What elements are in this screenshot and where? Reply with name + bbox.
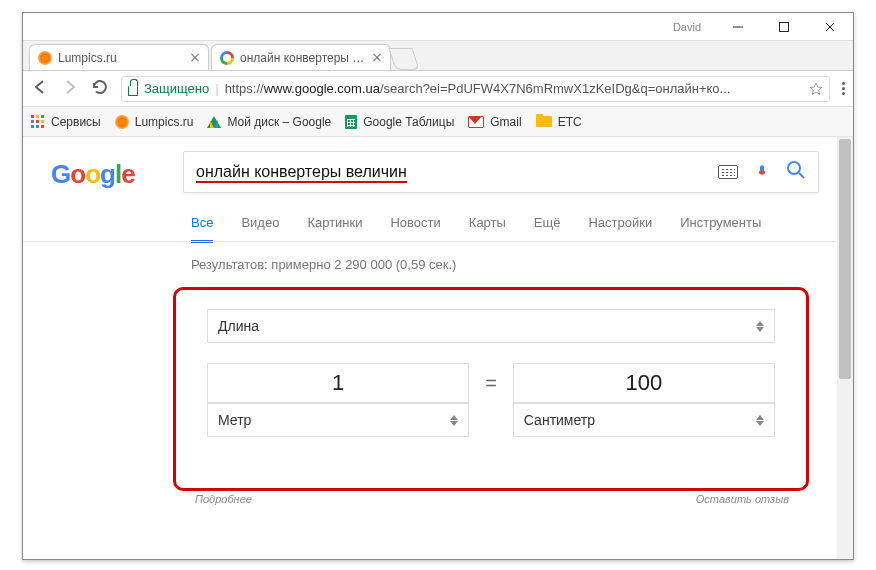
tab-maps[interactable]: Карты <box>469 215 506 232</box>
category-select[interactable]: Длина <box>207 309 775 343</box>
tabs-divider <box>23 241 837 242</box>
back-button[interactable] <box>31 78 49 100</box>
from-unit-label: Метр <box>218 412 251 428</box>
google-logo[interactable]: Google <box>51 159 135 190</box>
apps-label: Сервисы <box>51 115 101 129</box>
svg-point-5 <box>788 162 800 174</box>
profile-name[interactable]: David <box>673 21 701 33</box>
browser-menu-button[interactable] <box>842 82 845 95</box>
browser-window: David Lumpics.ru онлайн конвертеры вел З… <box>22 12 854 560</box>
scrollbar-thumb[interactable] <box>839 139 851 379</box>
to-value-output[interactable]: 100 <box>513 363 775 403</box>
sheets-icon <box>345 115 357 129</box>
lumpics-icon <box>115 115 129 129</box>
window-caption: David <box>23 13 853 41</box>
bookmark-lumpics[interactable]: Lumpics.ru <box>115 115 194 129</box>
more-link[interactable]: Подробнее <box>195 493 252 505</box>
tab-settings[interactable]: Настройки <box>588 215 652 232</box>
svg-marker-4 <box>810 83 822 94</box>
equals-sign: = <box>479 372 503 395</box>
page-content: Google онлайн конвертеры величин Все Вид… <box>23 137 853 559</box>
address-bar[interactable]: Защищено | https://www.google.com.ua/sea… <box>121 76 830 102</box>
new-tab-button[interactable] <box>388 48 419 70</box>
folder-icon <box>536 116 552 127</box>
tab-images[interactable]: Картинки <box>307 215 362 232</box>
keyboard-icon[interactable] <box>718 165 738 179</box>
tab-all[interactable]: Все <box>191 215 213 243</box>
close-tab-icon[interactable] <box>372 53 382 63</box>
card-footer-links: Подробнее Оставить отзыв <box>195 493 789 505</box>
vertical-scrollbar[interactable] <box>837 137 853 559</box>
tab-title: Lumpics.ru <box>58 51 184 65</box>
close-tab-icon[interactable] <box>190 53 200 63</box>
drive-icon <box>207 116 221 128</box>
search-box[interactable]: онлайн конвертеры величин <box>183 151 819 193</box>
from-value-input[interactable]: 1 <box>207 363 469 403</box>
to-unit-label: Сантиметр <box>524 412 595 428</box>
to-unit-select[interactable]: Сантиметр <box>513 403 775 437</box>
url-text: https://www.google.com.ua/search?ei=PdUF… <box>225 81 803 96</box>
bookmark-sheets[interactable]: Google Таблицы <box>345 115 454 129</box>
search-query: онлайн конвертеры величин <box>196 163 407 180</box>
lock-icon <box>128 86 138 96</box>
chevron-updown-icon <box>450 415 458 426</box>
window-minimize-button[interactable] <box>715 13 761 41</box>
microphone-icon[interactable] <box>754 162 770 182</box>
tab-video[interactable]: Видео <box>241 215 279 232</box>
tab-title: онлайн конвертеры вел <box>240 51 366 65</box>
search-nav-tabs: Все Видео Картинки Новости Карты Ещё Нас… <box>191 215 761 232</box>
category-label: Длина <box>218 318 259 334</box>
tab-strip: Lumpics.ru онлайн конвертеры вел <box>23 41 853 71</box>
lumpics-favicon <box>38 51 52 65</box>
secure-label: Защищено <box>144 81 209 96</box>
svg-rect-1 <box>780 22 789 31</box>
window-close-button[interactable] <box>807 13 853 41</box>
tab-news[interactable]: Новости <box>390 215 440 232</box>
tab-lumpics[interactable]: Lumpics.ru <box>29 44 209 70</box>
bookmark-etc-folder[interactable]: ETC <box>536 115 582 129</box>
gmail-icon <box>468 116 484 128</box>
tab-google-search[interactable]: онлайн конвертеры вел <box>211 44 391 70</box>
search-icon[interactable] <box>786 160 806 184</box>
bookmark-star-icon[interactable] <box>809 82 823 96</box>
apps-icon <box>31 115 45 129</box>
unit-converter-card: Длина 1 Метр = 100 Сантиметр <box>191 295 791 485</box>
from-unit-select[interactable]: Метр <box>207 403 469 437</box>
window-maximize-button[interactable] <box>761 13 807 41</box>
tab-more[interactable]: Ещё <box>534 215 561 232</box>
chevron-updown-icon <box>756 321 764 332</box>
highlight-underline <box>196 181 407 183</box>
forward-button[interactable] <box>61 78 79 100</box>
address-bar-row: Защищено | https://www.google.com.ua/sea… <box>23 71 853 107</box>
result-stats: Результатов: примерно 2 290 000 (0,59 се… <box>191 257 456 272</box>
bookmarks-bar: Сервисы Lumpics.ru Мой диск – Google Goo… <box>23 107 853 137</box>
feedback-link[interactable]: Оставить отзыв <box>696 493 789 505</box>
google-favicon <box>220 51 234 65</box>
tab-tools[interactable]: Инструменты <box>680 215 761 232</box>
apps-button[interactable]: Сервисы <box>31 115 101 129</box>
reload-button[interactable] <box>91 78 109 100</box>
chevron-updown-icon <box>756 415 764 426</box>
svg-line-6 <box>799 173 804 178</box>
bookmark-drive[interactable]: Мой диск – Google <box>207 115 331 129</box>
bookmark-gmail[interactable]: Gmail <box>468 115 521 129</box>
